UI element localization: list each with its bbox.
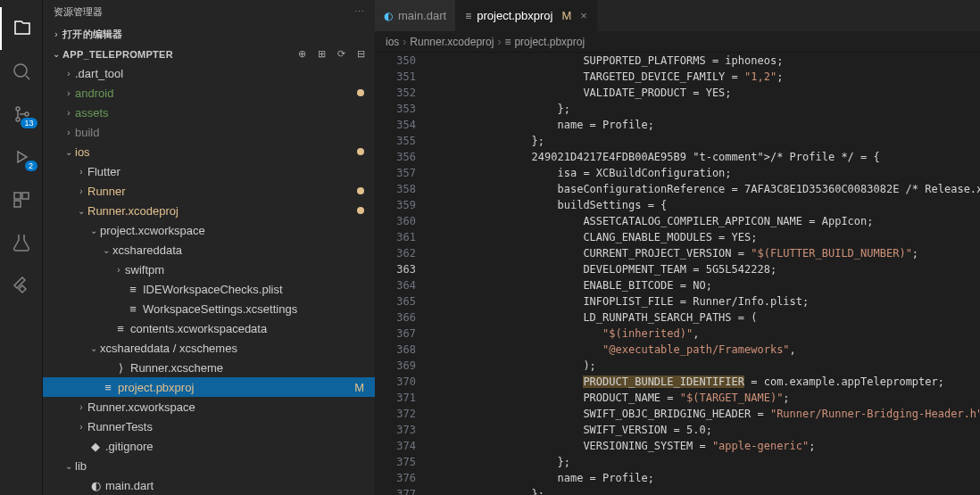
breadcrumb-separator-icon: › bbox=[403, 36, 406, 48]
more-icon[interactable]: ⋯ bbox=[354, 6, 364, 18]
code-line[interactable]: "@executable_path/Frameworks", bbox=[428, 342, 980, 358]
explorer-sidebar: 资源管理器 ⋯ › 打开的编辑器 ⌄ APP_TELEPROMPTER ⊕ ⊞ … bbox=[43, 0, 375, 495]
status-dot bbox=[357, 148, 364, 155]
tree-item-xcshareddata---xcschemes[interactable]: ⌄xcshareddata / xcschemes bbox=[43, 338, 375, 358]
activity-search[interactable] bbox=[0, 50, 43, 93]
code-line[interactable]: TARGETED_DEVICE_FAMILY = "1,2"; bbox=[428, 69, 980, 85]
tab-project-pbxproj[interactable]: ≡project.pbxprojM× bbox=[456, 0, 597, 31]
code-line[interactable]: CURRENT_PROJECT_VERSION = "$(FLUTTER_BUI… bbox=[428, 245, 980, 261]
svg-rect-5 bbox=[22, 193, 29, 199]
code-line[interactable]: }; bbox=[428, 101, 980, 117]
tree-item-ios[interactable]: ⌄ios bbox=[43, 142, 375, 161]
tree-item-xcshareddata[interactable]: ⌄xcshareddata bbox=[43, 240, 375, 260]
editor-area: ◐main.dart≡project.pbxprojM× ios›Runner.… bbox=[375, 0, 980, 495]
activity-scm[interactable]: 13 bbox=[0, 93, 43, 136]
code-line[interactable]: ); bbox=[428, 358, 980, 374]
svg-point-1 bbox=[16, 107, 20, 111]
code-line[interactable]: INFOPLIST_FILE = Runner/Info.plist; bbox=[428, 293, 980, 309]
code-line[interactable]: }; bbox=[428, 133, 980, 149]
collapse-icon[interactable]: ⊟ bbox=[353, 48, 368, 60]
tree-item-label: xcshareddata / xcschemes bbox=[100, 342, 368, 355]
tree-item--dart_tool[interactable]: ›.dart_tool bbox=[43, 63, 375, 83]
code-line[interactable]: 249021D4217E4FDB00AE95B9 "t-comment">/* … bbox=[428, 149, 980, 165]
tree-item-main-dart[interactable]: ◐main.dart bbox=[43, 475, 375, 495]
activity-debug[interactable]: 2 bbox=[0, 136, 43, 178]
line-number: 355 bbox=[375, 133, 416, 149]
tree-item-runner-xcodeproj[interactable]: ⌄Runner.xcodeproj bbox=[43, 201, 375, 220]
activity-testing[interactable] bbox=[0, 221, 43, 264]
code-line[interactable]: name = Profile; bbox=[428, 470, 980, 486]
code-line[interactable]: LD_RUNPATH_SEARCH_PATHS = ( bbox=[428, 309, 980, 326]
tree-item--gitignore[interactable]: ◆.gitignore bbox=[43, 436, 375, 456]
tree-item-runnertests[interactable]: ›RunnerTests bbox=[43, 417, 375, 436]
tree-item-label: .gitignore bbox=[105, 440, 368, 453]
file-icon: ≡ bbox=[100, 381, 116, 394]
tree-item-ideworkspacechecks-plist[interactable]: ≡IDEWorkspaceChecks.plist bbox=[43, 279, 375, 299]
close-icon[interactable]: × bbox=[580, 9, 587, 22]
code-line[interactable]: VERSIONING_SYSTEM = "apple-generic"; bbox=[428, 438, 980, 454]
tree-item-build[interactable]: ›build bbox=[43, 122, 375, 142]
svg-point-2 bbox=[16, 118, 20, 121]
code-line[interactable]: "$(inherited)", bbox=[428, 326, 980, 342]
tree-item-label: contents.xcworkspacedata bbox=[130, 322, 368, 335]
code-line[interactable]: ASSETCATALOG_COMPILER_APPICON_NAME = App… bbox=[428, 213, 980, 229]
line-number: 370 bbox=[375, 374, 416, 390]
line-number: 359 bbox=[375, 197, 416, 213]
open-editors-section[interactable]: › 打开的编辑器 bbox=[43, 24, 375, 45]
line-number: 371 bbox=[375, 390, 416, 406]
code-line[interactable]: isa = XCBuildConfiguration; bbox=[428, 165, 980, 181]
code-line[interactable]: }; bbox=[428, 486, 980, 495]
activity-flutter[interactable] bbox=[0, 264, 43, 307]
code-line[interactable]: buildSettings = { bbox=[428, 197, 980, 213]
file-icon: ≡ bbox=[125, 283, 141, 296]
new-file-icon[interactable]: ⊕ bbox=[295, 48, 309, 60]
line-number: 376 bbox=[375, 470, 416, 486]
breadcrumb-segment[interactable]: Runner.xcodeproj bbox=[410, 36, 494, 48]
code-line[interactable]: }; bbox=[428, 454, 980, 470]
line-number: 351 bbox=[375, 69, 416, 85]
tree-item-lib[interactable]: ⌄lib bbox=[43, 456, 375, 475]
code-line[interactable]: name = Profile; bbox=[428, 117, 980, 133]
tree-item-project-xcworkspace[interactable]: ⌄project.xcworkspace bbox=[43, 220, 375, 240]
modified-indicator: M bbox=[354, 381, 364, 394]
tab-bar: ◐main.dart≡project.pbxprojM× bbox=[375, 0, 980, 31]
tree-item-swiftpm[interactable]: ›swiftpm bbox=[43, 260, 375, 279]
code-line[interactable]: PRODUCT_BUNDLE_IDENTIFIER = com.example.… bbox=[428, 374, 980, 390]
code-line[interactable]: PRODUCT_NAME = "$(TARGET_NAME)"; bbox=[428, 390, 980, 406]
code-line[interactable]: SWIFT_OBJC_BRIDGING_HEADER = "Runner/Run… bbox=[428, 406, 980, 422]
activity-extensions[interactable] bbox=[0, 178, 43, 221]
tree-item-android[interactable]: ›android bbox=[43, 83, 375, 103]
refresh-icon[interactable]: ⟳ bbox=[334, 48, 348, 60]
line-number: 375 bbox=[375, 454, 416, 470]
activity-explorer[interactable] bbox=[0, 7, 43, 50]
tab-main-dart[interactable]: ◐main.dart bbox=[375, 0, 456, 31]
breadcrumb-segment[interactable]: ios bbox=[386, 36, 399, 48]
code-line[interactable]: DEVELOPMENT_TEAM = 5G5L542228; bbox=[428, 261, 980, 277]
code-line[interactable]: VALIDATE_PRODUCT = YES; bbox=[428, 85, 980, 101]
line-gutter: 3503513523533543553563573583593603613623… bbox=[375, 53, 428, 495]
tree-item-label: build bbox=[75, 126, 368, 139]
code-line[interactable]: ENABLE_BITCODE = NO; bbox=[428, 277, 980, 293]
chevron-down-icon: ⌄ bbox=[62, 147, 75, 157]
code-line[interactable]: SUPPORTED_PLATFORMS = iphoneos; bbox=[428, 53, 980, 69]
tree-item-label: Runner bbox=[87, 185, 357, 198]
code-area[interactable]: 3503513523533543553563573583593603613623… bbox=[375, 53, 980, 495]
tree-item-contents-xcworkspacedata[interactable]: ≡contents.xcworkspacedata bbox=[43, 318, 375, 338]
tree-item-assets[interactable]: ›assets bbox=[43, 103, 375, 122]
breadcrumb-segment[interactable]: project.pbxproj bbox=[514, 36, 585, 48]
line-number: 356 bbox=[375, 149, 416, 165]
tree-item-workspacesettings-xcsettings[interactable]: ≡WorkspaceSettings.xcsettings bbox=[43, 299, 375, 318]
tree-item-label: .dart_tool bbox=[75, 67, 368, 80]
code-line[interactable]: SWIFT_VERSION = 5.0; bbox=[428, 422, 980, 438]
new-folder-icon[interactable]: ⊞ bbox=[314, 48, 328, 60]
tree-item-runner[interactable]: ›Runner bbox=[43, 181, 375, 201]
tree-item-project-pbxproj[interactable]: ≡project.pbxprojM bbox=[43, 377, 375, 397]
code-line[interactable]: CLANG_ENABLE_MODULES = YES; bbox=[428, 229, 980, 245]
tree-item-runner-xcscheme[interactable]: ⟩Runner.xcscheme bbox=[43, 358, 375, 377]
tree-item-runner-xcworkspace[interactable]: ›Runner.xcworkspace bbox=[43, 397, 375, 417]
tree-item-flutter[interactable]: ›Flutter bbox=[43, 161, 375, 181]
code-line[interactable]: baseConfigurationReference = 7AFA3C8E1D3… bbox=[428, 181, 980, 197]
project-section[interactable]: ⌄ APP_TELEPROMPTER ⊕ ⊞ ⟳ ⊟ bbox=[43, 45, 375, 63]
code-content[interactable]: SUPPORTED_PLATFORMS = iphoneos; TARGETED… bbox=[428, 53, 980, 495]
breadcrumb[interactable]: ios›Runner.xcodeproj›≡ project.pbxproj bbox=[375, 31, 980, 53]
